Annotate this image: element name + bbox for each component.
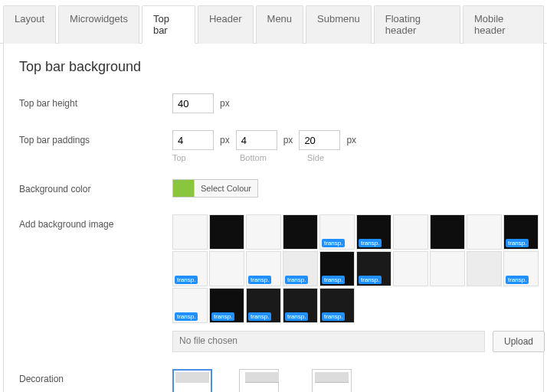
section-title: Top bar background [19, 59, 528, 75]
bg-thumb[interactable]: transp. [283, 288, 318, 323]
transp-badge: transp. [285, 312, 308, 321]
tab-submenu[interactable]: Submenu [306, 5, 372, 44]
file-chosen-display[interactable]: No file chosen [172, 331, 485, 352]
bg-thumb[interactable]: transp. [503, 251, 539, 286]
input-padding-side[interactable] [299, 130, 340, 150]
input-padding-top[interactable] [172, 130, 214, 150]
transp-badge: transp. [359, 276, 382, 284]
tab-layout[interactable]: Layout [3, 5, 56, 44]
bg-thumb[interactable]: transp. [503, 214, 539, 250]
color-picker[interactable]: Select Colour [172, 179, 528, 198]
transp-badge: transp. [359, 239, 382, 247]
color-swatch [172, 179, 194, 198]
tab-top-bar[interactable]: Top bar [142, 5, 195, 44]
label-decoration: Decoration [19, 369, 172, 384]
transp-badge: transp. [322, 276, 345, 284]
unit-height: px [220, 98, 230, 109]
transp-badge: transp. [248, 312, 271, 321]
row-height: Top bar height px [19, 93, 528, 113]
tab-mobile-header[interactable]: Mobile header [463, 5, 544, 44]
sublabel-side: Side [307, 153, 349, 162]
bg-thumb[interactable]: transp. [246, 251, 281, 286]
transp-badge: transp. [175, 276, 198, 284]
bg-thumb[interactable] [209, 214, 244, 250]
transp-badge: transp. [248, 276, 271, 284]
bg-thumb[interactable]: transp. [319, 288, 355, 323]
bg-thumb[interactable] [467, 214, 502, 250]
deco-option-full-width[interactable]: Full-width line [306, 369, 357, 392]
sublabel-bottom: Bottom [240, 153, 281, 162]
row-paddings: Top bar paddings px px px Top Bottom Sid… [19, 130, 528, 162]
transp-badge: transp. [211, 312, 234, 321]
sublabel-top: Top [172, 153, 214, 162]
input-padding-bottom[interactable] [236, 130, 277, 150]
bg-thumb[interactable]: transp. [319, 214, 355, 250]
tab-floating-header[interactable]: Floating header [374, 5, 460, 44]
unit-pad-top: px [220, 135, 230, 145]
transp-badge: transp. [322, 312, 345, 321]
transp-badge: transp. [506, 239, 529, 247]
upload-button[interactable]: Upload [493, 331, 545, 352]
bg-thumb[interactable] [172, 214, 208, 250]
bg-thumb[interactable] [430, 251, 465, 286]
select-colour-button[interactable]: Select Colour [194, 179, 258, 198]
bg-thumb[interactable]: transp. [172, 251, 208, 286]
label-bgcolor: Background color [19, 179, 172, 194]
transp-badge: transp. [285, 276, 308, 284]
transp-badge: transp. [506, 276, 529, 284]
bg-thumb[interactable] [283, 214, 318, 250]
bg-thumbnails: transp.transp.transp.transp.transp.trans… [172, 214, 547, 323]
row-bgimage: Add background image transp.transp.trans… [19, 214, 528, 352]
label-bgimage: Add background image [19, 214, 172, 230]
bg-thumb[interactable] [467, 251, 502, 286]
bg-thumb[interactable]: transp. [172, 288, 208, 323]
bg-thumb[interactable]: transp. [356, 214, 391, 250]
transp-badge: transp. [322, 239, 345, 247]
deco-option-content-width[interactable]: Content-width line [232, 369, 286, 392]
bg-thumb[interactable]: transp. [319, 251, 355, 286]
bg-thumb[interactable]: transp. [246, 288, 281, 323]
unit-pad-bottom: px [283, 135, 293, 145]
bg-thumb[interactable] [246, 214, 281, 250]
tabs-bar: Layout Microwidgets Top bar Header Menu … [0, 0, 547, 44]
bg-thumb[interactable] [209, 251, 244, 286]
input-height[interactable] [172, 93, 214, 113]
bg-thumb[interactable] [430, 214, 465, 250]
bg-thumb[interactable]: transp. [209, 288, 244, 323]
tab-menu[interactable]: Menu [256, 5, 304, 44]
bg-thumb[interactable]: transp. [356, 251, 391, 286]
tab-header[interactable]: Header [198, 5, 254, 44]
deco-option-disabled[interactable]: Disabled [172, 369, 212, 392]
transp-badge: transp. [175, 312, 198, 321]
bg-thumb[interactable] [393, 251, 428, 286]
bg-thumb[interactable]: transp. [283, 251, 318, 286]
unit-pad-side: px [346, 135, 356, 145]
label-paddings: Top bar paddings [19, 130, 172, 145]
row-bgcolor: Background color Select Colour [19, 179, 528, 198]
tab-microwidgets[interactable]: Microwidgets [58, 5, 139, 44]
settings-panel: Top bar background Top bar height px Top… [3, 44, 544, 392]
row-decoration: Decoration Disabled Content-width line F… [19, 369, 528, 392]
bg-thumb[interactable] [393, 214, 428, 250]
label-height: Top bar height [19, 93, 172, 109]
